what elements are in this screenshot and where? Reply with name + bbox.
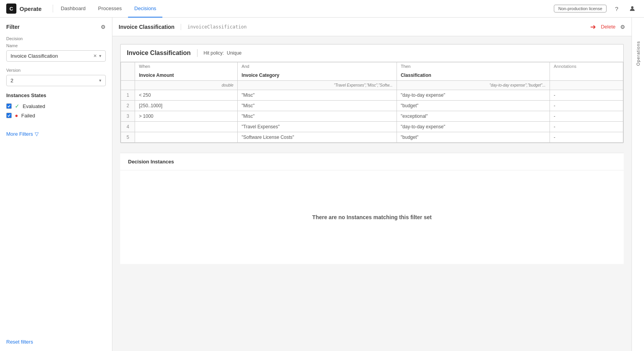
table-row: 2 [250..1000] "Misc" "budget" - [121, 101, 623, 111]
evaluated-status-icon: ✓ [15, 103, 20, 109]
operations-panel-label[interactable]: Operations [636, 41, 640, 66]
row-5-classification: "budget" [397, 132, 550, 143]
evaluated-label: Evaluated [23, 103, 45, 109]
version-select-icons: ▾ [99, 78, 101, 83]
decision-table-name: Invoice Classification [127, 50, 191, 57]
hit-policy-divider [197, 49, 197, 57]
delete-button[interactable]: Delete [601, 24, 616, 30]
main-layout: Filter ⚙ Decision Name Invoice Classific… [0, 18, 644, 351]
name-select[interactable]: Invoice Classification ✕ ▾ [6, 50, 106, 62]
app-logo: C Operate [6, 4, 42, 14]
license-badge: Non-production license [554, 5, 607, 12]
content-header-right: ➜ Delete ⚙ [590, 23, 625, 31]
row-5-amount [135, 132, 238, 143]
row-num-header [121, 62, 135, 71]
invoice-category-col-header: Invoice Category [238, 70, 397, 81]
row-5-annotation: - [550, 132, 623, 143]
amount-type-hint: double [135, 81, 238, 90]
failed-status-icon: ● [15, 112, 18, 119]
version-chevron-down-icon[interactable]: ▾ [99, 78, 101, 83]
row-num-1: 1 [121, 90, 135, 101]
row-1-classification: "day-to-day expense" [397, 90, 550, 101]
topnav-right: Non-production license ? [554, 3, 638, 14]
decision-label: Decision [6, 36, 106, 41]
hit-policy-label: Hit policy: [204, 50, 224, 56]
table-row: 1 < 250 "Misc" "day-to-day expense" - [121, 90, 623, 101]
section-header-row: When And Then Annotations [121, 62, 623, 71]
type-hint-row: double "Travel Expenses","Misc","Softw..… [121, 81, 623, 90]
more-filters-icon: ▽ [35, 131, 39, 137]
row-num-2: 2 [121, 101, 135, 111]
instances-empty-message: There are no Instances matching this fil… [120, 170, 624, 264]
classification-col-header: Classification [397, 70, 550, 81]
hit-policy-value: Unique [227, 50, 242, 56]
annotations-type-hint [550, 81, 623, 90]
failed-checkbox-row[interactable]: ● Failed [6, 112, 106, 119]
row-4-classification: "day-to-day expense" [397, 122, 550, 132]
evaluated-checkbox[interactable] [6, 103, 12, 109]
row-5-category: "Software License Costs" [238, 132, 397, 143]
user-icon-btn[interactable] [627, 3, 638, 14]
failed-checkbox[interactable] [6, 113, 12, 118]
app-name: Operate [20, 5, 42, 12]
sidebar-header: Filter ⚙ [6, 24, 106, 30]
decision-area: Invoice Classification Hit policy: Uniqu… [112, 36, 632, 351]
annotations-col-header [550, 70, 623, 81]
decision-id-breadcrumb: invoiceClassification [181, 24, 247, 30]
row-num-4: 4 [121, 122, 135, 132]
nav-link-decisions[interactable]: Decisions [128, 0, 162, 18]
row-4-annotation: - [550, 122, 623, 132]
dmn-table-body: 1 < 250 "Misc" "day-to-day expense" - 2 … [121, 90, 623, 143]
row-num-3: 3 [121, 111, 135, 122]
row-2-amount: [250..1000] [135, 101, 238, 111]
row-2-annotation: - [550, 101, 623, 111]
more-filters-label: More Filters [6, 131, 33, 137]
filter-icon[interactable]: ⚙ [101, 24, 106, 30]
decision-name-breadcrumb: Invoice Classification [119, 24, 181, 30]
version-filter-section: Version 2 ▾ [6, 68, 106, 86]
instances-section: Decision Instances There are no Instance… [120, 152, 624, 264]
type-row-num [121, 81, 135, 90]
row-4-amount [135, 122, 238, 132]
decision-table-card: Invoice Classification Hit policy: Uniqu… [120, 44, 624, 143]
col-header-row: Invoice Amount Invoice Category Classifi… [121, 70, 623, 81]
row-3-amount: > 1000 [135, 111, 238, 122]
content-filter-icon[interactable]: ⚙ [620, 24, 625, 30]
table-row: 3 > 1000 "Misc" "exceptional" - [121, 111, 623, 122]
table-row: 4 "Travel Expenses" "day-to-day expense"… [121, 122, 623, 132]
hit-policy: Hit policy: Unique [204, 50, 242, 56]
row-2-classification: "budget" [397, 101, 550, 111]
when-section-header: When [135, 62, 238, 71]
table-row: 5 "Software License Costs" "budget" - [121, 132, 623, 143]
nav-links: Dashboard Processes Decisions [55, 0, 554, 18]
operations-panel[interactable]: Operations [632, 18, 644, 351]
content-area: Invoice Classification invoiceClassifica… [112, 18, 632, 351]
category-type-hint: "Travel Expenses","Misc","Softw... [238, 81, 397, 90]
clear-icon[interactable]: ✕ [93, 53, 97, 58]
nav-divider [53, 5, 53, 12]
top-navigation: C Operate Dashboard Processes Decisions … [0, 0, 644, 18]
row-1-amount: < 250 [135, 90, 238, 101]
row-3-classification: "exceptional" [397, 111, 550, 122]
instances-section-header: Decision Instances [120, 153, 624, 170]
sidebar-footer: Reset filters [6, 333, 106, 345]
evaluated-checkbox-row[interactable]: ✓ Evaluated [6, 103, 106, 109]
row-num-5: 5 [121, 132, 135, 143]
version-select[interactable]: 2 ▾ [6, 75, 106, 86]
row-1-annotation: - [550, 90, 623, 101]
row-2-category: "Misc" [238, 101, 397, 111]
nav-link-processes[interactable]: Processes [92, 0, 128, 18]
version-label: Version [6, 68, 106, 73]
content-header-left: Invoice Classification invoiceClassifica… [119, 24, 247, 30]
reset-filters-btn[interactable]: Reset filters [6, 339, 33, 345]
classification-type-hint: "day-to-day expense","budget"... [397, 81, 550, 90]
sidebar: Filter ⚙ Decision Name Invoice Classific… [0, 18, 112, 351]
instances-states-section: Instances States ✓ Evaluated ● Failed [6, 92, 106, 122]
name-label: Name [6, 43, 106, 48]
help-icon-btn[interactable]: ? [611, 3, 622, 14]
chevron-down-icon[interactable]: ▾ [99, 53, 101, 58]
row-3-category: "Misc" [238, 111, 397, 122]
nav-link-dashboard[interactable]: Dashboard [55, 0, 92, 18]
more-filters-btn[interactable]: More Filters ▽ [6, 131, 106, 137]
row-num-col-header [121, 70, 135, 81]
